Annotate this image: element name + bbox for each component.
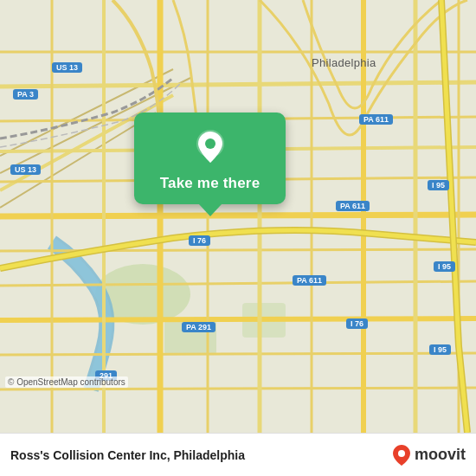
- road-badge-pa611-mid: PA 611: [336, 201, 370, 211]
- road-badge-i95-bot: I 95: [429, 344, 451, 355]
- road-badge-i76-right: I 76: [346, 318, 368, 329]
- bottom-bar: Ross's Collision Center Inc, Philadelphi…: [0, 433, 476, 476]
- road-badge-pa611-top: PA 611: [359, 114, 393, 125]
- map-container: Philadelphia PA 3 US 13 US 13 PA 611 PA …: [0, 0, 476, 433]
- location-name: Ross's Collision Center Inc, Philadelphi…: [10, 448, 392, 462]
- popup-card: Take me there: [134, 113, 286, 204]
- city-label: Philadelphia: [312, 56, 376, 69]
- svg-point-29: [205, 138, 215, 149]
- svg-line-13: [0, 215, 476, 216]
- take-me-there-button[interactable]: Take me there: [160, 175, 261, 192]
- moovit-pin-icon: [392, 444, 411, 466]
- location-pin-icon: [191, 128, 229, 166]
- moovit-brand-text: moovit: [415, 446, 466, 464]
- road-badge-pa291: PA 291: [182, 322, 215, 332]
- svg-line-17: [0, 353, 476, 355]
- road-badge-us13-mid: US 13: [10, 164, 41, 175]
- road-badge-us13-top: US 13: [52, 62, 82, 73]
- road-badge-pa3: PA 3: [13, 89, 38, 100]
- road-badge-i95-top: I 95: [428, 180, 449, 190]
- svg-line-18: [0, 388, 476, 389]
- road-badge-i95-mid: I 95: [434, 261, 455, 272]
- road-badge-pa611-bot: PA 611: [293, 275, 326, 286]
- svg-line-14: [0, 249, 476, 251]
- moovit-logo: moovit: [392, 444, 466, 466]
- svg-point-30: [398, 450, 405, 457]
- road-badge-i76-left: I 76: [189, 235, 210, 246]
- svg-line-16: [0, 318, 476, 320]
- copyright-text: © OpenStreetMap contributors: [5, 376, 128, 388]
